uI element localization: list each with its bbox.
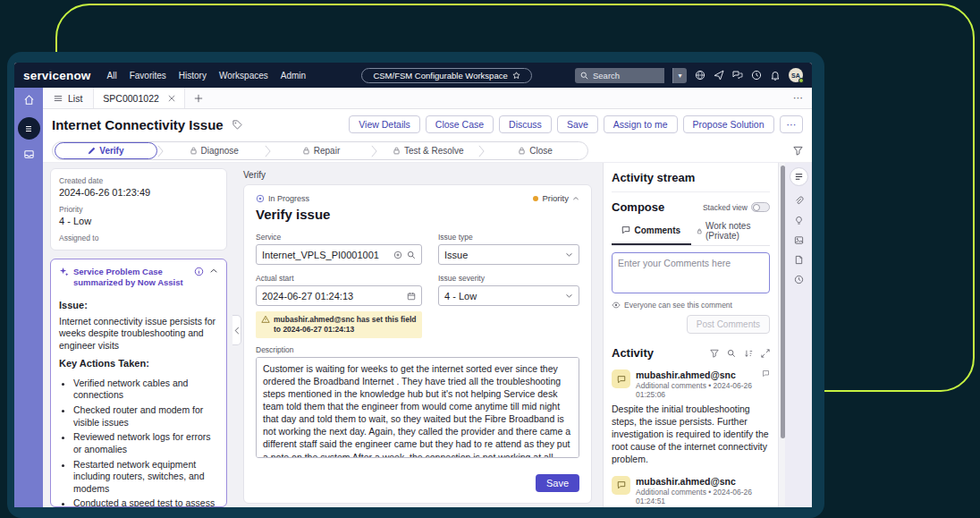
sidebar-collapse-handle[interactable] xyxy=(232,315,241,345)
stage-bar: Verify Diagnose Repair Tes xyxy=(43,140,812,163)
activity-heading: Activity xyxy=(612,346,710,360)
nav-item-workspaces[interactable]: Workspaces xyxy=(219,71,268,81)
close-icon[interactable] xyxy=(168,95,175,102)
chevron-up-icon xyxy=(572,195,579,202)
notifications-icon[interactable] xyxy=(770,70,781,81)
chat-icon[interactable] xyxy=(732,70,743,81)
info-icon[interactable] xyxy=(194,267,204,276)
description-textarea[interactable]: Customer is waiting for weeks to get the… xyxy=(256,357,579,458)
home-icon[interactable] xyxy=(23,93,35,109)
priority-chip[interactable]: Priority xyxy=(533,193,579,203)
key-action-item: Reviewed network logs for errors or anom… xyxy=(73,431,218,455)
activity-stream-icon[interactable] xyxy=(790,167,808,186)
chevron-up-icon[interactable] xyxy=(209,267,218,276)
quick-actions-icon[interactable] xyxy=(714,70,724,81)
top-navbar: servicenow All Favorites History Workspa… xyxy=(14,63,812,88)
stacked-view-toggle[interactable] xyxy=(751,202,770,212)
preview-record-icon[interactable] xyxy=(393,251,402,259)
filter-icon[interactable] xyxy=(710,349,719,358)
form-save-button[interactable]: Save xyxy=(536,474,579,492)
nav-item-admin[interactable]: Admin xyxy=(281,71,306,81)
search-scope-dropdown[interactable]: ▾ xyxy=(672,68,687,83)
issue-severity-select[interactable]: 4 - Low xyxy=(438,285,579,306)
lock-icon xyxy=(302,147,310,155)
actual-start-input[interactable] xyxy=(262,291,402,301)
case-header: Internet Connectivity Issue View Details… xyxy=(43,109,812,140)
tab-list-menu[interactable]: List xyxy=(43,88,94,108)
sparkle-icon xyxy=(59,267,69,276)
search-icon[interactable] xyxy=(727,349,736,358)
tab-comments[interactable]: Comments xyxy=(612,221,691,245)
eye-icon xyxy=(612,301,621,310)
nav-item-all[interactable]: All xyxy=(107,71,117,81)
nav-item-history[interactable]: History xyxy=(179,71,207,81)
activity-user[interactable]: mubashir.ahmed@snc xyxy=(636,476,770,487)
lookup-icon[interactable] xyxy=(407,251,416,259)
lock-icon xyxy=(393,147,401,155)
now-assist-title: Service Problem Case summarized by Now A… xyxy=(73,267,190,288)
globe-icon[interactable] xyxy=(695,70,705,81)
activity-scrollbar[interactable] xyxy=(778,163,785,507)
comment-avatar xyxy=(612,369,630,388)
images-icon[interactable] xyxy=(794,235,804,245)
page-title: Internet Connectivity Issue xyxy=(52,117,224,132)
more-actions-button[interactable]: ⋯ xyxy=(780,115,804,133)
propose-solution-button[interactable]: Propose Solution xyxy=(683,115,774,133)
lock-icon xyxy=(697,227,703,235)
nav-item-favorites[interactable]: Favorites xyxy=(130,71,166,81)
activity-body: Despite the initial troubleshooting step… xyxy=(612,403,770,466)
actual-start-field[interactable] xyxy=(256,285,422,306)
stage-verify[interactable]: Verify xyxy=(55,142,157,159)
priority-value: 4 - Low xyxy=(59,216,218,226)
hamburger-icon xyxy=(54,94,63,103)
close-case-button[interactable]: Close Case xyxy=(426,115,494,133)
activity-user[interactable]: mubashir.ahmed@snc xyxy=(636,369,756,380)
documents-icon[interactable] xyxy=(794,255,804,265)
suggestions-icon[interactable] xyxy=(794,216,804,225)
priority-label: Priority xyxy=(59,205,218,214)
service-field[interactable] xyxy=(256,244,422,265)
help-icon[interactable] xyxy=(751,70,762,81)
expand-icon[interactable] xyxy=(761,349,770,358)
search-input[interactable]: Search xyxy=(575,68,664,83)
activity-meta: Additional comments • 2024-06-26 01:25:0… xyxy=(636,381,756,399)
workspace-pill[interactable]: CSM/FSM Configurable Workspace xyxy=(361,68,531,83)
visibility-note: Everyone can see this comment xyxy=(624,301,732,310)
stage-filter-icon[interactable] xyxy=(793,146,803,156)
stage-separator xyxy=(478,145,485,157)
star-icon xyxy=(512,72,520,80)
history-icon[interactable] xyxy=(794,275,804,284)
scrollbar-thumb[interactable] xyxy=(781,166,785,438)
view-details-button[interactable]: View Details xyxy=(349,115,420,133)
new-tab-button[interactable] xyxy=(185,88,212,108)
tab-spc0001022[interactable]: SPC0001022 xyxy=(94,88,184,108)
issue-type-select[interactable]: Issue xyxy=(438,244,579,265)
inbox-icon[interactable] xyxy=(23,148,35,164)
post-comments-button[interactable]: Post Comments xyxy=(687,315,770,334)
assign-to-me-button[interactable]: Assign to me xyxy=(604,115,678,133)
attachments-icon[interactable] xyxy=(794,196,804,206)
user-avatar[interactable]: SA xyxy=(789,68,803,82)
right-icon-rail xyxy=(785,163,812,507)
calendar-icon[interactable] xyxy=(407,292,416,301)
stage-test-resolve[interactable]: Test & Resolve xyxy=(377,142,478,159)
main-form-panel: Verify In Progress Priority Verify issue xyxy=(232,163,603,507)
comment-input[interactable] xyxy=(612,252,770,293)
tab-overflow-button[interactable]: ⋯ xyxy=(784,88,812,108)
tag-icon[interactable] xyxy=(232,120,242,130)
tab-work-notes[interactable]: Work notes (Private) xyxy=(691,221,771,245)
key-action-item: Checked router and modem for visible iss… xyxy=(73,404,218,429)
sort-icon[interactable] xyxy=(744,349,753,358)
comment-flag-icon[interactable] xyxy=(762,369,770,378)
stage-separator xyxy=(371,145,377,157)
stage-diagnose[interactable]: Diagnose xyxy=(164,142,265,159)
workspace-pill-label: CSM/FSM Configurable Workspace xyxy=(373,71,507,81)
discuss-button[interactable]: Discuss xyxy=(499,115,552,133)
active-record-icon[interactable] xyxy=(18,117,40,140)
stage-repair[interactable]: Repair xyxy=(271,142,372,159)
stage-close[interactable]: Close xyxy=(485,142,586,159)
key-action-item: Verified network cables and connections xyxy=(73,378,218,402)
service-input[interactable] xyxy=(262,250,389,260)
save-button[interactable]: Save xyxy=(557,115,598,133)
comment-icon xyxy=(617,480,626,489)
